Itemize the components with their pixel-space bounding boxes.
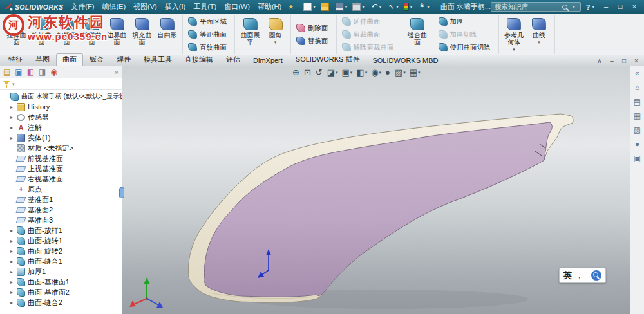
offset-surface-button[interactable]: 等距曲面 — [185, 28, 232, 41]
tab-mold-tools[interactable]: 模具工具 — [137, 53, 178, 66]
previous-view-icon[interactable]: ↺ — [314, 68, 325, 78]
appearances-icon[interactable]: ● — [635, 140, 639, 148]
apply-scene-icon[interactable]: ▨ ▾ — [393, 68, 407, 78]
untrim-surface-button[interactable]: 解除剪裁曲面 — [339, 41, 399, 53]
dimxpertmanager-icon[interactable]: ◨ — [39, 68, 46, 77]
view-settings-icon[interactable]: ▦ ▾ — [408, 68, 422, 78]
section-view-icon[interactable]: ◪ ▾ — [326, 68, 339, 78]
pin-menu-icon[interactable]: ★ — [288, 3, 294, 10]
expand-caret-icon[interactable]: ▸ — [9, 135, 14, 141]
panel-splitter-handle[interactable] — [119, 187, 124, 198]
expand-panel-icon[interactable]: » — [114, 68, 118, 77]
expand-caret-icon[interactable]: ▸ — [9, 269, 14, 275]
configurationmanager-icon[interactable]: ◧ — [27, 68, 34, 77]
display-style-icon[interactable]: ◧ ▾ — [355, 68, 368, 78]
rebuild-icon[interactable]: ▾ — [402, 1, 415, 12]
ime-language-button[interactable]: 英 — [564, 270, 572, 281]
expand-caret-icon[interactable]: ▸ — [9, 290, 14, 295]
menu-file[interactable]: 文件(F) — [67, 0, 98, 14]
reference-geometry-button[interactable]: 参考几何体 ▾ — [502, 16, 527, 53]
expand-caret-icon[interactable]: ▸ — [9, 104, 14, 110]
save-icon[interactable]: ▾ — [334, 1, 350, 12]
tree-item[interactable]: ▸ 曲面-基准面1 — [1, 277, 122, 287]
doc-restore-button[interactable]: □ — [618, 56, 630, 66]
tree-item[interactable]: 原点 — [1, 184, 122, 194]
expand-caret-icon[interactable]: ▸ — [9, 238, 14, 244]
zoom-area-icon[interactable]: ⊡ — [303, 68, 313, 78]
swept-surface-button[interactable]: 扫描曲面 — [54, 16, 79, 53]
tree-item[interactable]: ▸ 曲面-旋转2 — [1, 246, 122, 256]
tree-item[interactable]: ▸ 注解 — [1, 122, 122, 133]
tree-item[interactable]: 材质 <未指定> — [1, 143, 122, 153]
tree-item[interactable]: 基准面2 — [1, 205, 122, 215]
tree-item[interactable]: ▸ 曲面-旋转1 — [1, 236, 122, 246]
tree-item[interactable]: 前视基准面 — [1, 153, 122, 163]
freeform-button[interactable]: 自由形 — [155, 16, 180, 53]
search-icon[interactable] — [562, 5, 567, 10]
ime-toolbar[interactable]: 英 ， — [559, 268, 606, 283]
tree-root[interactable]: 曲面 水嘴手柄 (默认<<默认>_显示状态 1>) — [1, 91, 122, 102]
featuremanager-tree-icon[interactable]: ▤ — [3, 68, 10, 77]
trim-surface-button[interactable]: 剪裁曲面 — [339, 28, 399, 41]
filter-funnel-icon[interactable] — [3, 81, 10, 88]
tree-item[interactable]: ▸ 加厚1 — [1, 266, 122, 277]
select-icon[interactable]: ▾ — [384, 1, 401, 12]
tree-item[interactable]: ▸ 曲面-基准面2 — [1, 287, 122, 297]
expand-caret-icon[interactable]: ▸ — [9, 248, 14, 254]
minimize-button[interactable]: – — [599, 1, 613, 13]
expand-caret-icon[interactable]: ▸ — [9, 259, 14, 264]
tree-item[interactable]: ▸ 曲面-缝合1 — [1, 256, 122, 266]
close-button[interactable]: × — [627, 1, 641, 13]
lofted-surface-button[interactable]: 放样曲面 — [79, 16, 104, 53]
collapse-ribbon-icon[interactable]: ∧ — [594, 56, 605, 66]
maximize-button[interactable]: □ — [613, 1, 627, 13]
tree-item[interactable]: 上视基准面 — [1, 163, 122, 174]
tab-evaluate[interactable]: 评估 — [220, 53, 247, 66]
search-caret-icon[interactable]: ▾ — [573, 5, 575, 10]
flatten-surface-button[interactable]: 曲面展平 — [238, 16, 263, 53]
doc-close-button[interactable]: × — [630, 56, 642, 66]
cut-with-surface-button[interactable]: 使用曲面切除 — [436, 41, 496, 53]
extruded-surface-button[interactable]: 拉伸曲面 — [4, 16, 29, 53]
doc-minimize-button[interactable]: – — [606, 56, 618, 66]
delete-face-button[interactable]: 删除面 — [294, 22, 334, 34]
extend-surface-button[interactable]: 延伸曲面 — [339, 15, 399, 28]
tab-solidworks-addins[interactable]: SOLIDWORKS 插件 — [289, 53, 366, 66]
menu-help[interactable]: 帮助(H) — [254, 0, 285, 14]
tab-surfaces[interactable]: 曲面 — [56, 53, 83, 66]
filter-caret-icon[interactable]: ▾ — [12, 82, 15, 87]
undo-icon[interactable]: ▾ — [368, 1, 384, 12]
fillet-button[interactable]: 圆角 ▾ — [263, 16, 288, 53]
tab-dimxpert[interactable]: DimXpert — [247, 55, 289, 66]
tab-sheet-metal[interactable]: 钣金 — [83, 53, 110, 66]
zoom-fit-icon[interactable]: ⊕ — [291, 68, 301, 78]
tree-item[interactable]: ▸ History — [1, 102, 122, 112]
ime-search-icon[interactable] — [591, 270, 601, 281]
collapse-taskpane-icon[interactable]: « — [635, 69, 639, 77]
tree-item[interactable]: 右视基准面 — [1, 174, 122, 184]
design-library-icon[interactable]: ▤ — [634, 98, 641, 106]
tree-item[interactable]: ▸ 实体(1) — [1, 133, 122, 143]
tree-item[interactable]: ▸ 曲面-缝合2 — [1, 297, 122, 308]
tab-solidworks-mbd[interactable]: SOLIDWORKS MBD — [366, 55, 444, 66]
expand-caret-icon[interactable]: ▸ — [9, 228, 14, 234]
menu-view[interactable]: 视图(V) — [129, 0, 161, 14]
replace-face-button[interactable]: 替换面 — [294, 35, 334, 47]
tree-item[interactable]: ▸ 曲面-放样1 — [1, 225, 122, 236]
boundary-surface-button[interactable]: 边界曲面 — [104, 16, 129, 53]
filled-surface-button[interactable]: 填充曲面 — [129, 16, 155, 53]
menu-insert[interactable]: 插入(I) — [161, 0, 189, 14]
hide-show-items-icon[interactable]: ◉ ▾ — [370, 68, 383, 78]
menu-tools[interactable]: 工具(T) — [189, 0, 220, 14]
tab-features[interactable]: 特征 — [2, 53, 29, 66]
menu-window[interactable]: 窗口(W) — [220, 0, 254, 14]
menu-edit[interactable]: 编辑(E) — [98, 0, 129, 14]
ruled-surface-button[interactable]: 直纹曲面 — [185, 41, 232, 53]
expand-caret-icon[interactable]: ▸ — [9, 300, 14, 306]
new-document-icon[interactable]: ▾ — [301, 1, 317, 12]
expand-caret-icon[interactable]: ▸ — [9, 125, 14, 131]
expand-caret-icon[interactable]: ▸ — [9, 279, 14, 285]
displaymanager-icon[interactable]: ◉ — [50, 68, 57, 77]
view-palette-icon[interactable]: ▧ — [634, 126, 641, 134]
curves-button[interactable]: 曲线 ▾ — [527, 16, 552, 53]
